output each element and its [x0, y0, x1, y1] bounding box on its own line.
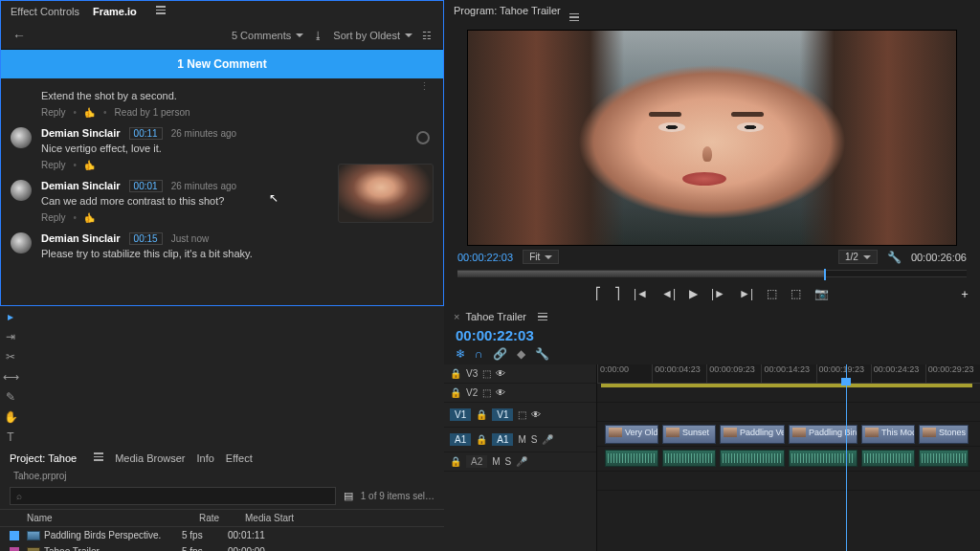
export-frame-icon[interactable]: 📷 [814, 287, 829, 300]
audio-clip[interactable] [919, 450, 969, 467]
project-row[interactable]: Tahoe Trailer5 fps00:00:00 [0, 543, 444, 551]
audio-clip[interactable] [605, 450, 658, 467]
resolution-dropdown[interactable]: 1/2 [838, 250, 878, 264]
col-rate[interactable]: Rate [199, 513, 245, 523]
pen-tool-icon[interactable]: ✎ [6, 390, 15, 404]
toggle-output-icon[interactable]: ⬚ [482, 387, 491, 398]
new-comment-button[interactable]: 1 New Comment [1, 50, 443, 78]
source-patch-a1[interactable]: A1 [450, 433, 471, 446]
tab-media-browser[interactable]: Media Browser [115, 452, 185, 464]
col-media-start[interactable]: Media Start [245, 513, 314, 523]
go-to-out-icon[interactable]: ►| [739, 287, 753, 300]
like-icon[interactable]: 👍 [84, 107, 96, 118]
lock-icon[interactable]: 🔒 [476, 409, 487, 420]
mute-button[interactable]: M [492, 456, 500, 467]
audio-clip[interactable] [789, 450, 858, 467]
like-icon[interactable]: 👍 [84, 212, 96, 223]
mark-out-icon[interactable]: ⎤ [614, 287, 620, 300]
track-label[interactable]: V2 [466, 387, 478, 398]
magnet-icon[interactable]: ∩ [475, 347, 483, 361]
back-icon[interactable]: ← [12, 28, 26, 43]
step-back-icon[interactable]: ◄| [661, 287, 676, 300]
step-fwd-icon[interactable]: |► [711, 287, 725, 300]
time-ruler[interactable]: 0:00:0000:00:04:2300:00:09:2300:00:14:23… [597, 364, 980, 384]
video-clip[interactable]: Paddling Ve [720, 425, 785, 444]
audio-clip[interactable] [861, 450, 915, 467]
tab-frameio[interactable]: Frame.io [93, 6, 137, 17]
panel-menu-icon[interactable] [156, 6, 166, 17]
panel-menu-icon[interactable] [538, 313, 547, 321]
video-clip[interactable]: This Mode [861, 425, 915, 444]
video-clip[interactable]: Stones [919, 425, 969, 444]
eye-icon[interactable]: 👁 [496, 387, 505, 398]
video-clip[interactable]: Sunset [662, 425, 716, 444]
current-timecode[interactable]: 00:00:22:03 [457, 252, 513, 263]
col-name[interactable]: Name [27, 513, 199, 523]
video-clip[interactable]: Very Old [605, 425, 658, 444]
lock-icon[interactable]: 🔒 [476, 434, 487, 445]
comment-count-dropdown[interactable]: 5 Comments [232, 30, 303, 41]
download-icon[interactable]: ⭳ [313, 30, 323, 41]
comment-item[interactable]: Demian Sinclair 00:15 Just now Please tr… [1, 227, 443, 263]
reply-link[interactable]: Reply [41, 107, 66, 118]
scrub-bar[interactable] [457, 270, 967, 277]
mark-in-icon[interactable]: ⎡ [595, 287, 601, 300]
voiceover-icon[interactable]: 🎤 [542, 434, 553, 445]
settings-icon[interactable]: 🔧 [535, 347, 549, 361]
hand-tool-icon[interactable]: ✋ [4, 410, 18, 424]
track-target-a1[interactable]: A1 [492, 433, 513, 446]
track-select-tool-icon[interactable]: ⇥ [6, 330, 15, 343]
search-input[interactable] [10, 487, 336, 505]
snap-icon[interactable]: ❄ [456, 347, 465, 361]
linked-selection-icon[interactable]: 🔗 [493, 347, 507, 361]
playhead-line[interactable] [846, 364, 847, 551]
mute-button[interactable]: M [518, 434, 525, 445]
go-to-in-icon[interactable]: |◄ [634, 287, 648, 300]
ripple-tool-icon[interactable]: ✂ [6, 350, 15, 364]
voiceover-icon[interactable]: 🎤 [516, 456, 527, 467]
marker-icon[interactable]: ◆ [517, 347, 525, 361]
play-icon[interactable]: ▶ [689, 287, 698, 300]
comment-item[interactable]: Demian Sinclair 00:01 26 minutes ago Can… [1, 174, 443, 227]
slip-tool-icon[interactable]: ⟷ [3, 370, 19, 384]
panel-menu-icon[interactable] [569, 13, 579, 22]
video-clip[interactable]: Paddling Bird [789, 425, 858, 444]
tab-info[interactable]: Info [196, 452, 213, 464]
solo-button[interactable]: S [505, 456, 512, 467]
eye-icon[interactable]: 👁 [496, 368, 505, 379]
filter-icon[interactable]: ☷ [422, 30, 432, 42]
lock-icon[interactable]: 🔒 [450, 456, 461, 467]
more-icon[interactable]: ⋮ [419, 84, 430, 89]
project-row[interactable]: Paddling Birds Perspective.5 fps00:01:11 [0, 527, 444, 543]
audio-track-1[interactable] [597, 447, 980, 472]
comment-item[interactable]: Extend the shot by a second. Reply• 👍• R… [1, 80, 443, 121]
playhead-icon[interactable] [824, 269, 826, 280]
tab-sequence[interactable]: Tahoe Trailer [465, 311, 526, 322]
timeline-timecode[interactable]: 00:00:22:03 [444, 327, 980, 343]
zoom-fit-dropdown[interactable]: Fit [523, 250, 559, 264]
toggle-output-icon[interactable]: ⬚ [482, 368, 491, 379]
track-label[interactable]: V3 [466, 368, 478, 379]
extract-icon[interactable]: ⬚ [791, 287, 801, 300]
lift-icon[interactable]: ⬚ [767, 287, 777, 300]
type-tool-icon[interactable]: T [7, 430, 13, 444]
playhead-icon[interactable] [841, 378, 851, 386]
comment-thumbnail[interactable] [338, 164, 434, 223]
like-icon[interactable]: 👍 [84, 160, 96, 170]
timeline-tracks[interactable]: 0:00:0000:00:04:2300:00:09:2300:00:14:23… [597, 364, 980, 551]
comment-timecode[interactable]: 00:15 [129, 232, 163, 245]
video-track-1[interactable]: Very OldSunsetPaddling VePaddling BirdTh… [597, 422, 980, 447]
program-monitor[interactable] [467, 30, 957, 246]
sort-dropdown[interactable]: Sort by Oldest [333, 30, 412, 41]
audio-clip[interactable] [662, 450, 716, 467]
comment-timecode[interactable]: 00:01 [129, 180, 163, 192]
reply-link[interactable]: Reply [41, 160, 66, 170]
comment-timecode[interactable]: 00:11 [129, 127, 163, 140]
toggle-output-icon[interactable]: ⬚ [518, 409, 526, 420]
lock-icon[interactable]: 🔒 [450, 387, 461, 398]
bin-view-icon[interactable]: ▤ [344, 490, 353, 502]
tab-project[interactable]: Project: Tahoe [10, 452, 77, 464]
audio-clip[interactable] [720, 450, 785, 467]
selection-tool-icon[interactable]: ▸ [8, 310, 13, 323]
complete-toggle[interactable] [416, 131, 430, 144]
